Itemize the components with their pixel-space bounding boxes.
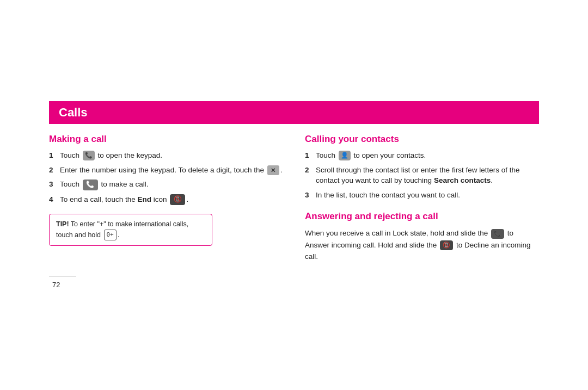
making-a-call-title: Making a call: [49, 134, 283, 145]
decline-icon: [440, 240, 453, 250]
step-content: Touch to open the keypad.: [60, 150, 283, 161]
list-item: 3 In the list, touch the contact you wan…: [305, 190, 539, 201]
tip-label: TIP!: [56, 220, 69, 228]
page-number: 72: [52, 281, 60, 289]
step-number: 1: [305, 150, 313, 161]
list-item: 1 Touch to open your contacts.: [305, 150, 539, 161]
answering-body: When you receive a call in Lock state, h…: [305, 227, 539, 263]
delete-icon: ✕: [267, 165, 279, 175]
right-column: Calling your contacts 1 Touch to open yo…: [305, 134, 539, 263]
answer-icon: [491, 229, 504, 239]
list-item: 2 Scroll through the contact list or ent…: [305, 165, 539, 186]
step-number: 2: [49, 165, 57, 176]
answering-title: Answering and rejecting a call: [305, 211, 539, 222]
end-label: End: [138, 195, 152, 203]
phone-open-icon: [83, 151, 95, 160]
step-content: Touch to open your contacts.: [316, 150, 539, 161]
list-item: 1 Touch to open the keypad.: [49, 150, 283, 161]
page: Calls Making a call 1 Touch to open the …: [49, 85, 539, 305]
columns: Making a call 1 Touch to open the keypad…: [49, 134, 539, 263]
step-content: In the list, touch the contact you want …: [316, 190, 539, 201]
calling-contacts-title: Calling your contacts: [305, 134, 539, 145]
list-item: 2 Enter the number using the keypad. To …: [49, 165, 283, 176]
contacts-icon: [339, 151, 351, 160]
list-item: 3 Touch to make a call.: [49, 179, 283, 190]
search-contacts-label: Search contacts: [434, 176, 491, 184]
end-call-icon: [170, 194, 185, 205]
left-column: Making a call 1 Touch to open the keypad…: [49, 134, 283, 263]
step-content: Enter the number using the keypad. To de…: [60, 165, 283, 176]
step-content: To end a call, touch the End icon .: [60, 194, 283, 205]
tip-box: TIP! To enter "+" to make international …: [49, 214, 212, 246]
answering-section: Answering and rejecting a call When you …: [305, 211, 539, 263]
zero-plus-icon: 0+: [104, 230, 117, 241]
list-item: 4 To end a call, touch the End icon .: [49, 194, 283, 205]
calling-contacts-steps: 1 Touch to open your contacts. 2 Scroll …: [305, 150, 539, 200]
step-number: 4: [49, 194, 57, 205]
step-number: 1: [49, 150, 57, 161]
step-number: 3: [305, 190, 313, 201]
making-a-call-steps: 1 Touch to open the keypad. 2 Enter the …: [49, 150, 283, 205]
section-header: Calls: [49, 101, 539, 124]
tip-text: To enter "+" to make international calls…: [56, 220, 188, 238]
page-footer: 72: [49, 276, 76, 289]
step-number: 2: [305, 165, 313, 176]
call-icon: [83, 179, 98, 190]
step-number: 3: [49, 179, 57, 190]
section-title: Calls: [59, 106, 88, 119]
step-content: Scroll through the contact list or enter…: [316, 165, 539, 186]
step-content: Touch to make a call.: [60, 179, 283, 190]
